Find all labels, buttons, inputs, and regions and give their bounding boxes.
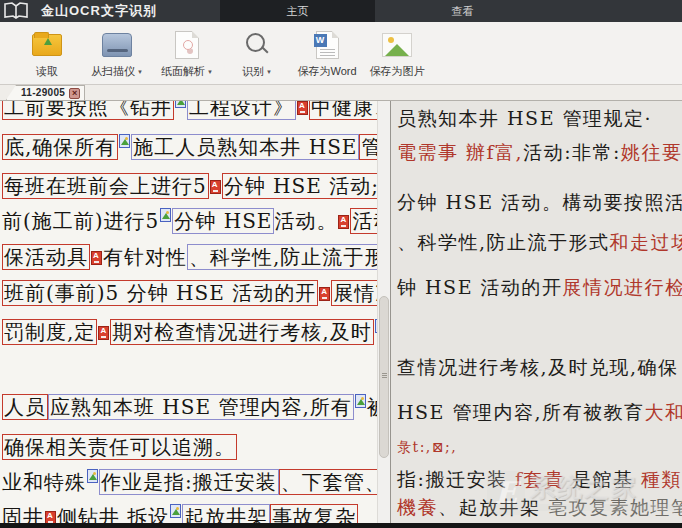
app-window: 金山OCR文字识别 主页查看 读取从扫描仪▼纸面解析▼识别▼保存为Word保存为… [0, 0, 682, 528]
text-segment: 辦f富, [459, 141, 524, 163]
text-segment: 侧钻井 拆设 [57, 505, 169, 523]
text-segment: 确保相关责任可以追溯。 [2, 434, 237, 460]
ocr-result-line: 工前要按照《钻井工程设计》A中健康、安全· [2, 101, 377, 121]
text-marker-badge-icon[interactable]: A [338, 215, 349, 229]
app-title: 金山OCR文字识别 [41, 2, 157, 20]
scanner-icon [102, 33, 132, 57]
text-segment: 前(施工前)进行5 [2, 209, 159, 233]
text-segment: 姚往要 [621, 141, 682, 163]
magnifier-icon [244, 32, 270, 58]
original-scan-line: 電需事 辦f富,活动:非常:姚往要 [397, 138, 682, 166]
text-segment: 、下套管、甩钻 [279, 469, 377, 495]
recognize-button[interactable]: 识别▼ [222, 22, 292, 84]
ocr-result-line: 固井A侧钻井 拆设起放井架事故复杂 [2, 503, 377, 523]
text-segment: 電需事 [397, 141, 459, 163]
text-segment: 展情况进行检 [563, 276, 682, 298]
text-segment: 作业是指:搬迁安装 [99, 469, 279, 495]
save-image-button-label: 保存为图片 [370, 64, 425, 79]
dropdown-arrow-icon: ▼ [266, 69, 272, 75]
text-segment: 钟 HSE 活动的开 [397, 276, 563, 298]
text-segment: 员熟知本井 HSE 管理规定· [397, 107, 652, 129]
word-doc-icon [316, 31, 339, 59]
titlebar: 金山OCR文字识别 主页查看 [0, 0, 682, 22]
page-parse-button[interactable]: 纸面解析▼ [152, 22, 222, 84]
ribbon-tab-home[interactable]: 主页 [220, 0, 375, 22]
text-marker-badge-icon[interactable]: A [210, 180, 221, 194]
text-segment: 分钟 HSE 活动。構动要按照活动 [397, 191, 682, 213]
text-segment: 起放井架 [182, 504, 270, 523]
text-segment: 機養 [397, 496, 438, 518]
dropdown-arrow-icon: ▼ [207, 69, 213, 75]
recognize-button-label: 识别▼ [242, 64, 272, 79]
image-marker-badge-icon[interactable] [355, 394, 366, 408]
image-icon [382, 33, 412, 57]
ocr-result-line: 确保相关责任可以追溯。 [2, 433, 377, 461]
text-segment: 业和特殊 [2, 470, 86, 494]
scrollbar-thumb[interactable] [379, 296, 389, 458]
ocr-result-line: 保活动具A有针对性、科学性,防止流于形A式和 [2, 243, 377, 271]
document-tab[interactable]: 11-29005 × [6, 85, 85, 100]
page-parse-button-label: 纸面解析▼ [161, 64, 213, 79]
watermark: E 系统之家 [487, 471, 680, 515]
text-segment: 固井 [2, 505, 44, 523]
app-logo-icon [3, 2, 29, 20]
from-scanner-button[interactable]: 从扫描仪▼ [82, 22, 152, 84]
ocr-result-line: 底,确保所有施工人员熟知本井 HSE管理规 [2, 133, 377, 161]
text-segment: 活动:非常: [523, 141, 621, 163]
image-marker-badge-icon[interactable] [160, 208, 171, 222]
close-icon[interactable]: × [69, 88, 80, 99]
text-segment: 、科学性,防止流于形式 [397, 231, 610, 253]
text-marker-badge-icon[interactable]: A [319, 287, 330, 301]
text-marker-badge-icon[interactable]: A [45, 511, 56, 523]
ocr-result-pane[interactable]: 工前要按照《钻井工程设计》A中健康、安全·底,确保所有施工人员熟知本井 HSE管… [0, 101, 377, 523]
original-scan-line: 查情况进行考核,及时兑现,确保 [397, 353, 682, 381]
text-segment: 工前要按照《钻井 [2, 101, 174, 120]
text-segment: 彔t:,⊠;, [397, 439, 457, 455]
ribbon-tab-view[interactable]: 查看 [400, 0, 525, 22]
image-marker-badge-icon[interactable] [87, 469, 98, 483]
original-scan-pane[interactable]: E 系统之家 员熟知本井 HSE 管理规定·電需事 辦f富,活动:非常:姚往要分… [390, 101, 682, 523]
text-segment: 被教 [367, 395, 377, 419]
text-segment: 班前(事前)5 分钟 HSE 活动的开 [2, 280, 318, 306]
image-marker-badge-icon[interactable] [175, 101, 186, 108]
document-tabstrip: 11-29005 × [0, 85, 682, 101]
watermark-subtext-bar [530, 504, 680, 511]
original-scan-line: HSE 管理内容,所有被教育大和電 [397, 398, 682, 426]
original-scan-line: 员熟知本井 HSE 管理规定· [397, 104, 682, 132]
text-segment: HSE 管理内容,所有被教育 [397, 401, 645, 423]
text-segment: 保活动具 [2, 244, 90, 270]
text-segment: 分钟 HSE [172, 208, 274, 234]
text-marker-badge-icon[interactable]: A [297, 101, 308, 115]
save-word-button[interactable]: 保存为Word [292, 22, 362, 84]
image-marker-badge-icon[interactable] [119, 134, 130, 148]
page-parse-icon [175, 31, 199, 59]
original-scan-line: 、科学性,防止流于形式和走过场 [397, 228, 682, 256]
scrollbar-grip-icon [382, 373, 387, 374]
text-segment: 每班在班前会上进行5 [2, 173, 209, 199]
document-tab-label: 11-29005 [21, 86, 65, 100]
original-scan-line: 钟 HSE 活动的开展情况进行检查 [397, 273, 682, 301]
read-button-label: 读取 [36, 64, 58, 79]
save-image-button[interactable]: 保存为图片 [362, 22, 432, 84]
text-segment: 有针对性 [103, 245, 187, 269]
text-segment: 活动。 [274, 209, 337, 233]
bottom-edge [0, 523, 682, 528]
text-segment: 施工人员熟知本井 HSE [131, 134, 359, 160]
toolbar: 读取从扫描仪▼纸面解析▼识别▼保存为Word保存为图片 [0, 22, 682, 85]
text-segment: 罚制度,定 [2, 319, 97, 345]
text-segment: 展情况进 [331, 280, 377, 306]
image-marker-badge-icon[interactable] [170, 504, 181, 518]
ocr-result-line: 班前(事前)5 分钟 HSE 活动的开A展情况进 [2, 279, 377, 307]
document-area: 工前要按照《钻井工程设计》A中健康、安全·底,确保所有施工人员熟知本井 HSE管… [0, 101, 682, 523]
vertical-scrollbar[interactable] [377, 101, 390, 523]
text-segment: 底,确保所有 [2, 134, 118, 160]
ocr-result-line: 前(施工前)进行5分钟 HSE活动。A活动要按 [2, 207, 377, 235]
text-segment: 管理规 [359, 134, 377, 160]
read-button[interactable]: 读取 [12, 22, 82, 84]
text-marker-badge-icon[interactable]: A [91, 251, 102, 265]
ocr-result-line: 业和特殊作业是指:搬迁安装、下套管、甩钻 [2, 468, 377, 496]
text-segment: 中健康、安全· [309, 101, 377, 120]
folder-open-icon [32, 34, 62, 56]
watermark-text: 系统之家 [530, 475, 680, 501]
text-marker-badge-icon[interactable]: A [98, 326, 109, 340]
